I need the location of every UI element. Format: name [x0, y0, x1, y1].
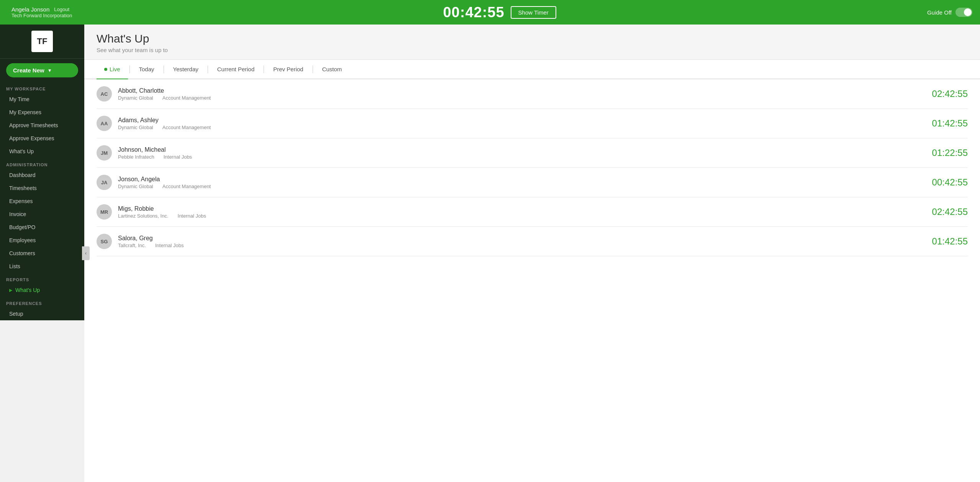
tab-today[interactable]: Today — [131, 60, 162, 79]
sidebar-item-employees[interactable]: Employees — [0, 234, 84, 247]
employee-department: Internal Jobs — [155, 243, 184, 248]
logout-link[interactable]: Logout — [54, 7, 69, 12]
sidebar-item-expenses[interactable]: Expenses — [0, 195, 84, 208]
timer-display: 00:42:55 — [443, 4, 504, 21]
approve-expenses-label: Approve Expenses — [9, 135, 54, 141]
table-row: MR Migs, Robbie Lartinez Solutions, Inc.… — [97, 197, 968, 227]
employee-timer: 01:22:55 — [932, 148, 968, 158]
my-expenses-label: My Expenses — [9, 109, 41, 115]
sidebar-item-my-expenses[interactable]: My Expenses — [0, 106, 84, 119]
table-row: JA Jonson, Angela Dynamic Global Account… — [97, 168, 968, 197]
chevron-down-icon: ▼ — [48, 68, 52, 73]
section-label-workspace: MY WORKSPACE — [0, 82, 84, 93]
tab-prev-period[interactable]: Prev Period — [265, 60, 311, 79]
guide-label: Guide Off — [927, 9, 952, 16]
customers-label: Customers — [9, 250, 35, 256]
sidebar-logo: TF — [0, 25, 84, 59]
employee-meta: Pebble Infratech Internal Jobs — [118, 154, 926, 160]
invoice-label: Invoice — [9, 211, 26, 217]
avatar: AC — [97, 86, 112, 102]
employee-name: Johnson, Micheal — [118, 146, 926, 153]
employee-meta: Dynamic Global Account Management — [118, 125, 926, 130]
sidebar-item-whats-up-reports[interactable]: ▶ What's Up — [0, 284, 84, 297]
employee-department: Account Management — [162, 95, 211, 101]
user-name: Angela Jonson — [11, 6, 49, 13]
employee-timer: 02:42:55 — [932, 89, 968, 99]
whats-up-workspace-label: What's Up — [9, 148, 34, 154]
employee-timer: 02:42:55 — [932, 207, 968, 217]
content-area: What's Up See what your team is up to Li… — [84, 25, 980, 482]
user-info: Angela Jonson Logout Tech Forward Incorp… — [11, 6, 72, 18]
table-row: AC Abbott, Charlotte Dynamic Global Acco… — [97, 79, 968, 109]
tab-divider-5 — [313, 66, 313, 73]
tab-today-label: Today — [139, 66, 154, 72]
tab-current-period[interactable]: Current Period — [210, 60, 262, 79]
employee-list: AC Abbott, Charlotte Dynamic Global Acco… — [84, 79, 980, 482]
tab-live[interactable]: Live — [97, 60, 128, 79]
create-new-label: Create New — [13, 67, 44, 74]
employee-company: Dynamic Global — [118, 125, 153, 130]
employee-info: Johnson, Micheal Pebble Infratech Intern… — [118, 146, 926, 160]
timer-section: 00:42:55 Show Timer — [72, 4, 927, 21]
approve-timesheets-label: Approve Timesheets — [9, 122, 58, 128]
employee-company: Dynamic Global — [118, 184, 153, 189]
employee-info: Migs, Robbie Lartinez Solutions, Inc. In… — [118, 205, 926, 219]
sidebar-item-approve-timesheets[interactable]: Approve Timesheets — [0, 119, 84, 132]
employee-department: Account Management — [162, 125, 211, 130]
table-row: JM Johnson, Micheal Pebble Infratech Int… — [97, 138, 968, 168]
employee-department: Internal Jobs — [178, 213, 206, 219]
employee-meta: Dynamic Global Account Management — [118, 95, 926, 101]
sidebar-item-lists[interactable]: Lists — [0, 260, 84, 273]
employee-info: Abbott, Charlotte Dynamic Global Account… — [118, 87, 926, 101]
section-label-administration: ADMINISTRATION — [0, 158, 84, 169]
timesheets-label: Timesheets — [9, 185, 37, 191]
table-row: AA Adams, Ashley Dynamic Global Account … — [97, 109, 968, 138]
avatar: AA — [97, 116, 112, 131]
employee-name: Migs, Robbie — [118, 205, 926, 212]
guide-toggle[interactable] — [955, 8, 972, 17]
tab-custom-label: Custom — [322, 66, 342, 72]
tab-live-label: Live — [110, 66, 120, 72]
employee-department: Internal Jobs — [164, 154, 192, 160]
employee-timer: 01:42:55 — [932, 236, 968, 247]
sidebar-item-timesheets[interactable]: Timesheets — [0, 182, 84, 195]
sidebar-item-setup[interactable]: Setup — [0, 307, 84, 320]
chevron-left-icon: ‹ — [85, 251, 87, 256]
employee-name: Abbott, Charlotte — [118, 87, 926, 94]
avatar: MR — [97, 204, 112, 220]
section-label-preferences: PREFERENCES — [0, 297, 84, 307]
avatar: SG — [97, 234, 112, 249]
lists-label: Lists — [9, 263, 20, 269]
employee-info: Adams, Ashley Dynamic Global Account Man… — [118, 117, 926, 130]
sidebar-item-budget-po[interactable]: Budget/PO — [0, 221, 84, 234]
sidebar-item-whats-up-workspace[interactable]: What's Up — [0, 145, 84, 158]
employee-company: Pebble Infratech — [118, 154, 154, 160]
employee-name: Salora, Greg — [118, 235, 926, 242]
employee-company: Lartinez Solutions, Inc. — [118, 213, 169, 219]
employee-meta: Tallcraft, Inc. Internal Jobs — [118, 243, 926, 248]
tab-yesterday[interactable]: Yesterday — [166, 60, 206, 79]
main-layout: TF Create New ▼ MY WORKSPACE My Time My … — [0, 25, 980, 482]
sidebar-item-dashboard[interactable]: Dashboard — [0, 169, 84, 182]
create-new-button[interactable]: Create New ▼ — [6, 63, 78, 77]
play-icon: ▶ — [9, 288, 12, 293]
show-timer-button[interactable]: Show Timer — [511, 6, 556, 19]
tab-yesterday-label: Yesterday — [173, 66, 198, 72]
tab-custom[interactable]: Custom — [315, 60, 350, 79]
sidebar-item-approve-expenses[interactable]: Approve Expenses — [0, 132, 84, 145]
tab-divider-1 — [129, 66, 130, 73]
sidebar-item-my-time[interactable]: My Time — [0, 93, 84, 106]
employee-info: Jonson, Angela Dynamic Global Account Ma… — [118, 176, 926, 189]
sidebar-collapse-button[interactable]: ‹ — [82, 246, 90, 260]
sidebar-item-customers[interactable]: Customers — [0, 247, 84, 260]
employees-label: Employees — [9, 237, 36, 243]
dashboard-label: Dashboard — [9, 172, 36, 178]
section-label-reports: REPORTS — [0, 273, 84, 284]
avatar: JM — [97, 145, 112, 161]
expenses-label: Expenses — [9, 198, 33, 204]
company-name: Tech Forward Incorporation — [11, 13, 72, 18]
user-section: Angela Jonson Logout Tech Forward Incorp… — [8, 6, 72, 18]
toggle-knob — [964, 8, 972, 16]
sidebar-item-invoice[interactable]: Invoice — [0, 208, 84, 221]
employee-name: Adams, Ashley — [118, 117, 926, 124]
